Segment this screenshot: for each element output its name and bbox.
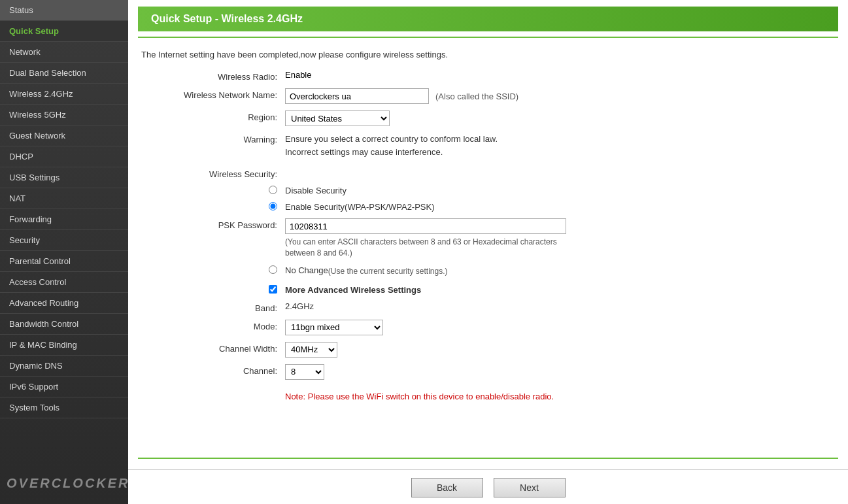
channel-width-control: 40MHz 20MHz Auto — [285, 342, 835, 358]
warning-row: Warning: Ensure you select a correct cou… — [141, 133, 835, 158]
advanced-checkbox[interactable] — [269, 285, 277, 294]
sidebar-item-ip-mac-binding[interactable]: IP & MAC Binding — [0, 335, 128, 356]
psk-input[interactable] — [285, 218, 566, 234]
content-area: The Internet setting have been completed… — [128, 43, 848, 452]
note-text: Note: Please use the WiFi switch on this… — [285, 392, 554, 401]
region-label: Region: — [141, 110, 285, 122]
no-change-radio-cell — [141, 265, 285, 274]
disable-security-radio-cell — [141, 186, 285, 194]
sidebar-item-status[interactable]: Status — [0, 0, 128, 21]
sidebar-item-usb-settings[interactable]: USB Settings — [0, 167, 128, 188]
wireless-network-name-control: (Also called the SSID) — [285, 88, 835, 104]
warning-line2: Incorrect settings may cause interferenc… — [285, 146, 498, 159]
region-select[interactable]: United States Canada Europe Australia Ja… — [285, 110, 390, 126]
sidebar-logo: overclockers.ua — [0, 463, 128, 504]
no-change-radio[interactable] — [269, 265, 277, 274]
wireless-network-name-row: Wireless Network Name: (Also called the … — [141, 88, 835, 104]
channel-select[interactable]: 1 2 3 4 5 6 7 8 9 10 11 12 13 Auto — [285, 364, 324, 380]
sidebar-item-quick-setup[interactable]: Quick Setup — [0, 21, 128, 42]
advanced-checkbox-row: More Advanced Wireless Settings — [141, 285, 835, 295]
disable-security-label-control: Disable Security — [285, 186, 835, 195]
wireless-network-name-label: Wireless Network Name: — [141, 88, 285, 100]
sidebar-item-forwarding[interactable]: Forwarding — [0, 209, 128, 230]
channel-width-label: Channel Width: — [141, 342, 285, 354]
channel-width-select[interactable]: 40MHz 20MHz Auto — [285, 342, 337, 358]
band-label: Band: — [141, 301, 285, 313]
psk-password-control: (You can enter ASCII characters between … — [285, 218, 835, 259]
note-control: Note: Please use the WiFi switch on this… — [285, 386, 835, 401]
channel-control: 1 2 3 4 5 6 7 8 9 10 11 12 13 Auto — [285, 364, 835, 380]
footer-divider — [138, 458, 838, 459]
psk-hint: (You can enter ASCII characters between … — [285, 237, 579, 259]
sidebar: StatusQuick SetupNetworkDual Band Select… — [0, 0, 128, 504]
mode-control: 11bgn mixed 11bg mixed 11b only 11g only… — [285, 320, 835, 335]
sidebar-item-wireless-24ghz[interactable]: Wireless 2.4GHz — [0, 84, 128, 105]
sidebar-item-system-tools[interactable]: System Tools — [0, 397, 128, 418]
sidebar-item-network[interactable]: Network — [0, 42, 128, 63]
enable-security-row: Enable Security(WPA-PSK/WPA2-PSK) — [141, 202, 835, 212]
enable-security-label-control: Enable Security(WPA-PSK/WPA2-PSK) — [285, 202, 835, 212]
sidebar-item-security[interactable]: Security — [0, 230, 128, 251]
mode-label: Mode: — [141, 320, 285, 331]
no-change-row: No Change (Use the current security sett… — [141, 265, 835, 276]
wireless-security-heading-row: Wireless Security: — [141, 167, 835, 179]
enable-security-radio-cell — [141, 202, 285, 210]
sidebar-item-wireless-5ghz[interactable]: Wireless 5GHz — [0, 105, 128, 126]
sidebar-item-dhcp[interactable]: DHCP — [0, 146, 128, 167]
advanced-checkbox-cell — [141, 285, 285, 294]
wireless-radio-value: Enable — [285, 70, 835, 80]
band-control: 2.4GHz — [285, 301, 835, 311]
wireless-radio-row: Wireless Radio: Enable — [141, 70, 835, 82]
psk-password-row: PSK Password: (You can enter ASCII chara… — [141, 218, 835, 259]
wireless-security-label: Wireless Security: — [141, 167, 285, 179]
intro-text: The Internet setting have been completed… — [141, 50, 835, 59]
channel-label: Channel: — [141, 364, 285, 376]
wireless-radio-status: Enable — [285, 70, 311, 80]
region-control: United States Canada Europe Australia Ja… — [285, 110, 835, 126]
sidebar-item-advanced-routing[interactable]: Advanced Routing — [0, 293, 128, 314]
wireless-radio-label: Wireless Radio: — [141, 70, 285, 82]
main-content: Quick Setup - Wireless 2.4GHz The Intern… — [128, 0, 848, 504]
warning-line1: Ensure you select a correct country to c… — [285, 133, 498, 146]
next-button[interactable]: Next — [494, 478, 566, 497]
sidebar-item-nat[interactable]: NAT — [0, 188, 128, 209]
enable-security-radio[interactable] — [269, 202, 277, 210]
sidebar-item-dynamic-dns[interactable]: Dynamic DNS — [0, 356, 128, 377]
sidebar-item-dual-band-selection[interactable]: Dual Band Selection — [0, 63, 128, 84]
sidebar-item-ipv6-support[interactable]: IPv6 Support — [0, 377, 128, 397]
page-title: Quick Setup - Wireless 2.4GHz — [138, 7, 838, 31]
mode-row: Mode: 11bgn mixed 11bg mixed 11b only 11… — [141, 320, 835, 335]
no-change-label-control: No Change (Use the current security sett… — [285, 265, 835, 276]
warning-label: Warning: — [141, 133, 285, 144]
band-row: Band: 2.4GHz — [141, 301, 835, 313]
advanced-label: More Advanced Wireless Settings — [285, 285, 421, 295]
no-change-label: No Change — [285, 265, 328, 275]
psk-password-label: PSK Password: — [141, 218, 285, 230]
sidebar-item-parental-control[interactable]: Parental Control — [0, 251, 128, 272]
button-row: Back Next — [128, 469, 848, 504]
note-label-spacer — [141, 386, 285, 388]
sidebar-item-access-control[interactable]: Access Control — [0, 272, 128, 293]
advanced-label-control: More Advanced Wireless Settings — [285, 285, 835, 295]
mode-select[interactable]: 11bgn mixed 11bg mixed 11b only 11g only… — [285, 320, 383, 335]
disable-security-radio[interactable] — [269, 186, 277, 194]
sidebar-item-bandwidth-control[interactable]: Bandwidth Control — [0, 314, 128, 335]
region-row: Region: United States Canada Europe Aust… — [141, 110, 835, 126]
disable-security-label: Disable Security — [285, 186, 347, 195]
no-change-hint: (Use the current security settings.) — [328, 267, 448, 276]
channel-row: Channel: 1 2 3 4 5 6 7 8 9 10 11 12 13 A… — [141, 364, 835, 380]
note-row: Note: Please use the WiFi switch on this… — [141, 386, 835, 401]
disable-security-row: Disable Security — [141, 186, 835, 195]
warning-text: Ensure you select a correct country to c… — [285, 133, 498, 158]
ssid-input[interactable] — [285, 88, 429, 104]
sidebar-item-guest-network[interactable]: Guest Network — [0, 126, 128, 146]
warning-control: Ensure you select a correct country to c… — [285, 133, 835, 158]
band-value: 2.4GHz — [285, 301, 314, 311]
back-button[interactable]: Back — [411, 478, 483, 497]
channel-width-row: Channel Width: 40MHz 20MHz Auto — [141, 342, 835, 358]
header-divider — [138, 37, 838, 38]
ssid-hint: (Also called the SSID) — [435, 92, 518, 101]
enable-security-label: Enable Security(WPA-PSK/WPA2-PSK) — [285, 202, 435, 212]
